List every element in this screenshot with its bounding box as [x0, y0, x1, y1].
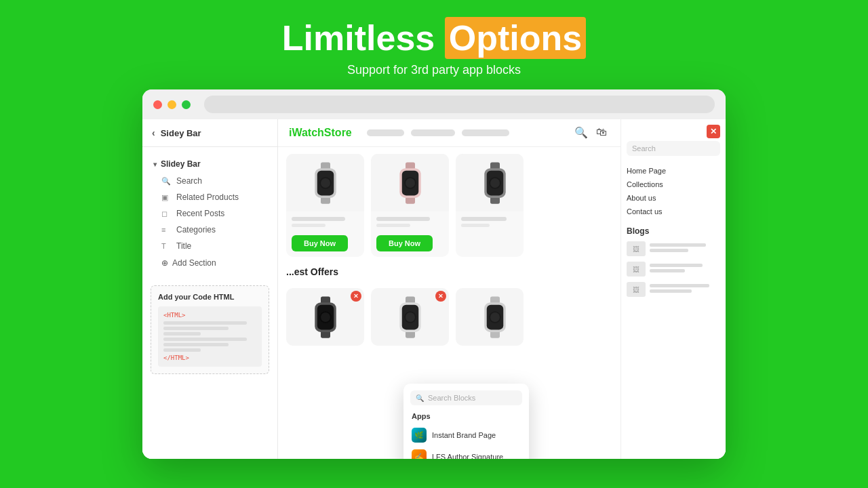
buy-btn-1[interactable]: Buy Now — [292, 235, 348, 251]
plus-icon: ⊕ — [161, 258, 168, 268]
store-header: iWatchStore 🔍 🛍 — [278, 119, 620, 147]
section-title-slidey[interactable]: ▾ Slidey Bar — [142, 155, 277, 173]
code-open: <HTML> — [163, 312, 256, 319]
popup-item-lfs[interactable]: ✍ LFS Author Signature — [403, 446, 529, 459]
blogs-title: Blogs — [621, 221, 726, 239]
instant-brand-icon: 🌿 — [412, 428, 427, 443]
blog-thumb-2: 🖼 — [627, 262, 646, 277]
item-label-title: Title — [176, 241, 191, 251]
sidebar-close-btn[interactable]: ✕ — [707, 125, 720, 138]
product-details-3 — [456, 211, 524, 232]
nav-contact[interactable]: Contact us — [627, 205, 720, 218]
nav-collections[interactable]: Collections — [627, 178, 720, 191]
best-offers-label: ...est Offers — [286, 266, 338, 277]
product-name-bar-3 — [461, 217, 507, 221]
browser-content: ‹ Sidey Bar ▾ Slidey Bar 🔍 Search ▣ Rela… — [142, 119, 726, 459]
browser-bar — [142, 89, 726, 119]
products-grid-1: Buy Now — [286, 154, 612, 257]
products-section-2: ✕ — [278, 281, 620, 352]
product-card-3 — [456, 154, 524, 257]
blog-thumb-3: 🖼 — [627, 282, 646, 297]
svg-point-35 — [490, 312, 500, 322]
watch-svg-2 — [390, 159, 431, 207]
panel-title: Sidey Bar — [161, 128, 201, 138]
add-code-title: Add your Code HTML — [158, 293, 262, 301]
nav-about[interactable]: About us — [627, 191, 720, 205]
panel-section: ▾ Slidey Bar 🔍 Search ▣ Related Products… — [142, 147, 277, 280]
nav-home[interactable]: Home Page — [627, 164, 720, 178]
browser-window: ‹ Sidey Bar ▾ Slidey Bar 🔍 Search ▣ Rela… — [142, 89, 726, 459]
blog-thumb-1: 🖼 — [627, 241, 646, 256]
product-image-6 — [456, 288, 524, 346]
url-bar[interactable] — [204, 96, 715, 113]
watch-svg-5 — [390, 293, 431, 341]
section-label: Slidey Bar — [161, 159, 201, 169]
store-logo: iWatchStore — [289, 127, 352, 139]
chevron-icon: ▾ — [153, 161, 157, 168]
search-small-icon: 🔍 — [161, 177, 171, 186]
item-label-related: Related Products — [176, 192, 239, 202]
panel-item-posts[interactable]: ◻ Recent Posts — [142, 205, 277, 222]
search-header-icon[interactable]: 🔍 — [574, 126, 588, 140]
left-panel: ‹ Sidey Bar ▾ Slidey Bar 🔍 Search ▣ Rela… — [142, 119, 278, 459]
svg-point-17 — [490, 178, 500, 188]
product-card-6 — [456, 288, 524, 346]
panel-item-search[interactable]: 🔍 Search — [142, 173, 277, 189]
popup-item-instant[interactable]: 🌿 Instant Brand Page — [403, 424, 529, 446]
popup-search-placeholder: Search Blocks — [428, 394, 475, 402]
add-section-btn[interactable]: ⊕ Add Section — [142, 254, 277, 272]
back-arrow-icon[interactable]: ‹ — [152, 127, 155, 138]
item-label-posts: Recent Posts — [176, 209, 224, 218]
title-part1: Limitless — [282, 18, 445, 58]
hero-header: Limitless Options Support for 3rd party … — [282, 0, 586, 89]
blog-item-3: 🖼 — [621, 279, 726, 300]
sidebar-search[interactable]: Search — [627, 141, 720, 156]
panel-item-categories[interactable]: ≡ Categories — [142, 222, 277, 238]
nav-pill-3 — [462, 129, 509, 136]
product-card-5: ✕ — [371, 288, 449, 346]
buy-btn-2[interactable]: Buy Now — [376, 235, 433, 251]
product-card-2: Buy Now — [371, 154, 449, 257]
code-line-2 — [163, 327, 229, 330]
cart-header-icon[interactable]: 🛍 — [596, 126, 610, 140]
minimize-dot[interactable] — [167, 100, 176, 109]
blog-line-3b — [650, 289, 692, 293]
text-icon: T — [161, 242, 171, 250]
product-details-1 — [286, 211, 364, 232]
panel-item-related[interactable]: ▣ Related Products — [142, 189, 277, 205]
popup-search[interactable]: 🔍 Search Blocks — [410, 390, 522, 405]
add-code-section: Add your Code HTML <HTML> </HTML> — [151, 285, 269, 374]
blog-line-2a — [650, 264, 703, 267]
blog-line-1b — [650, 249, 688, 252]
code-line-4 — [163, 338, 247, 341]
close-dot[interactable] — [153, 100, 162, 109]
product-image-2 — [371, 154, 449, 211]
code-line-5 — [163, 343, 229, 346]
item-label-categories: Categories — [176, 225, 216, 235]
products-section: Buy Now — [278, 147, 620, 264]
popup-item-label-1: Instant Brand Page — [432, 431, 496, 439]
best-offers-title: ...est Offers — [278, 264, 620, 281]
product-price-bar-1 — [292, 224, 326, 227]
product-card-1: Buy Now — [286, 154, 364, 257]
blog-line-2b — [650, 269, 685, 272]
product-price-bar-3 — [461, 224, 490, 227]
title-part2: Options — [445, 17, 586, 59]
subtitle: Support for 3rd party app blocks — [282, 63, 586, 77]
product-image-3 — [456, 154, 524, 211]
item-label-search: Search — [176, 176, 202, 186]
lfs-author-icon: ✍ — [412, 449, 427, 459]
sidebar-nav: Home Page Collections About us Contact u… — [621, 161, 726, 221]
product-price-bar-2 — [376, 224, 410, 227]
product-name-bar-2 — [376, 217, 430, 221]
doc-icon: ◻ — [161, 209, 171, 218]
blog-line-3a — [650, 284, 709, 287]
watch-svg-6 — [475, 293, 515, 341]
popup-section-title: Apps — [403, 411, 529, 424]
list-icon: ≡ — [161, 226, 171, 234]
watch-svg-1 — [305, 159, 346, 207]
panel-header: ‹ Sidey Bar — [142, 119, 277, 147]
maximize-dot[interactable] — [182, 100, 191, 109]
right-sidebar: ✕ Search Home Page Collections About us … — [620, 119, 726, 459]
panel-item-title[interactable]: T Title — [142, 238, 277, 254]
